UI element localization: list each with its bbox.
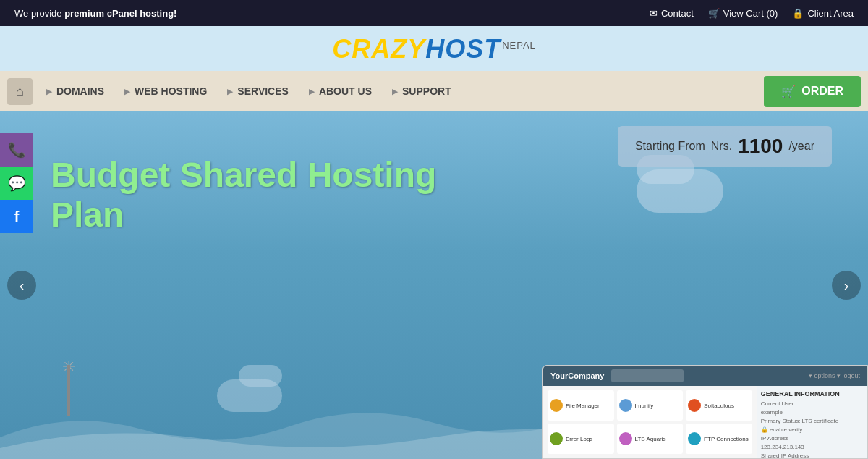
cloud-decoration-4	[239, 365, 282, 387]
ftp-icon	[688, 432, 701, 445]
client-area-link[interactable]: 🔒 Client Area	[792, 8, 854, 19]
topbar: We provide premium cPanel hosting! ✉ Con…	[0, 0, 868, 26]
cart-order-icon: 🛒	[781, 85, 796, 98]
cpanel-icon-softaculous: Softaculous	[686, 390, 752, 421]
cpanel-icon-lts-aquaris: LTS Aquaris	[617, 424, 684, 454]
nav-services[interactable]: ▶ SERVICES	[217, 80, 299, 103]
lock-icon: 🔒	[792, 8, 804, 19]
cpanel-company-name: YourCompany	[550, 371, 604, 380]
cpanel-icon-file-manager: File Manager	[548, 390, 614, 421]
cart-icon: 🛒	[708, 8, 720, 19]
nav-about-us[interactable]: ▶ ABOUT US	[299, 80, 382, 103]
cpanel-sidebar-user-label: Current User	[761, 400, 863, 407]
file-manager-icon	[550, 399, 563, 412]
cpanel-screenshot: YourCompany ▾ options ▾ logout File Mana…	[542, 365, 868, 459]
logo-nepal: NEPAL	[502, 40, 536, 51]
facebook-icon: f	[14, 209, 20, 225]
cpanel-sidebar: GENERAL INFORMATION Current User example…	[757, 386, 867, 458]
imunify-icon	[619, 399, 632, 412]
arrow-icon: ▶	[309, 88, 315, 96]
cpanel-sidebar-ssl-label: Primary Status: LTS certificate	[761, 418, 863, 424]
cart-link[interactable]: 🛒 View Cart (0)	[708, 8, 778, 19]
navbar: ⌂ ▶ DOMAINS ▶ WEB HOSTING ▶ SERVICES ▶ A…	[0, 71, 868, 111]
arrow-icon: ▶	[124, 88, 130, 96]
cpanel-icon-imunify: Imunify	[617, 390, 684, 421]
windmill-decoration: ✳	[58, 358, 80, 416]
envelope-icon: ✉	[650, 8, 658, 19]
whatsapp-button[interactable]: 💬	[0, 167, 33, 200]
slide-title: Budget Shared Hosting Plan	[51, 155, 448, 235]
arrow-icon: ▶	[46, 88, 52, 96]
softaculous-icon	[688, 399, 701, 412]
lts-aquaris-icon	[619, 432, 632, 445]
slide-content: Budget Shared Hosting Plan	[0, 111, 868, 235]
cpanel-body: File Manager Imunify Softaculous Error L…	[543, 386, 867, 458]
cpanel-controls: ▾ options ▾ logout	[809, 372, 860, 379]
topbar-links: ✉ Contact 🛒 View Cart (0) 🔒 Client Area	[650, 8, 854, 19]
slider-next-button[interactable]: ›	[832, 271, 861, 300]
cpanel-search-bar	[611, 369, 684, 382]
cpanel-header: YourCompany ▾ options ▾ logout	[543, 366, 867, 386]
cpanel-sidebar-title: GENERAL INFORMATION	[761, 390, 863, 397]
facebook-button[interactable]: f	[0, 200, 33, 233]
slider-prev-button[interactable]: ‹	[7, 271, 36, 300]
topbar-promo: We provide premium cPanel hosting!	[14, 8, 176, 19]
topbar-promo-bold: premium cPanel hosting!	[64, 8, 176, 19]
hero-slider: 📞 💬 f ‹ › Starting From Nrs. 1100 /year …	[0, 111, 868, 459]
logo-host: HOST	[425, 34, 501, 64]
error-logs-icon	[550, 432, 563, 445]
logo-crazy: CRAZY	[332, 34, 425, 64]
cpanel-sidebar-ip-value: 123.234.213.143	[761, 444, 863, 450]
viber-button[interactable]: 📞	[0, 133, 33, 167]
cpanel-icon-ftp: FTP Connections	[686, 424, 752, 454]
cpanel-sidebar-ssl-status: 🔒 enable verify	[761, 426, 863, 433]
nav-domains[interactable]: ▶ DOMAINS	[36, 80, 114, 103]
whatsapp-icon: 💬	[8, 174, 26, 192]
cpanel-icon-error-logs: Error Logs	[548, 424, 614, 454]
cpanel-sidebar-user-value: example	[761, 409, 863, 416]
cpanel-icons-grid: File Manager Imunify Softaculous Error L…	[543, 386, 757, 458]
viber-icon: 📞	[8, 141, 26, 159]
social-sidebar: 📞 💬 f	[0, 133, 33, 233]
topbar-promo-text: We provide	[14, 8, 64, 19]
contact-link[interactable]: ✉ Contact	[650, 8, 694, 19]
cpanel-sidebar-shared-ip: Shared IP Address	[761, 452, 863, 459]
home-icon: ⌂	[16, 84, 24, 99]
order-button[interactable]: 🛒 ORDER	[764, 76, 861, 107]
arrow-icon: ▶	[227, 88, 233, 96]
cpanel-sidebar-ip-label: IP Address	[761, 435, 863, 442]
nav-support[interactable]: ▶ SUPPORT	[382, 80, 461, 103]
arrow-icon: ▶	[392, 88, 398, 96]
home-nav-button[interactable]: ⌂	[7, 78, 33, 105]
logo: CRAZYHOSTNEPAL	[332, 34, 536, 64]
windmill-pole	[67, 365, 70, 416]
nav-web-hosting[interactable]: ▶ WEB HOSTING	[114, 80, 217, 103]
header: CRAZYHOSTNEPAL	[0, 26, 868, 71]
